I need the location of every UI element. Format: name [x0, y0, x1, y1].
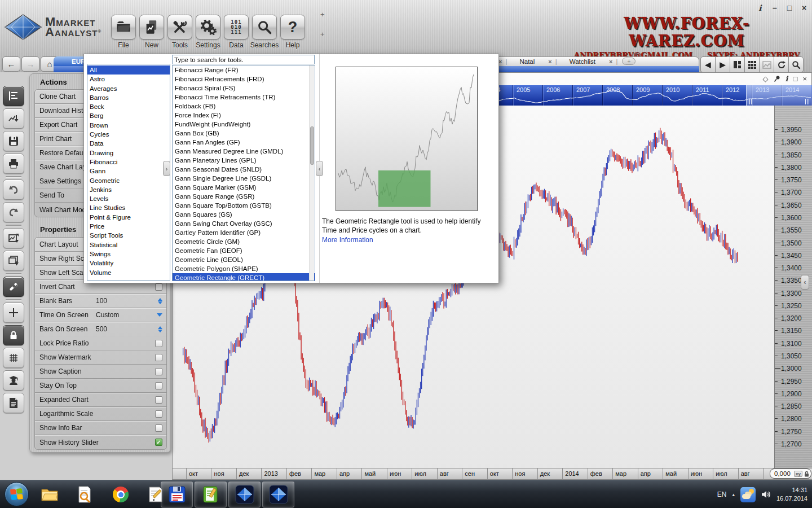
more-information-link[interactable]: More Information [322, 236, 373, 244]
chart-pin-icon[interactable] [774, 75, 780, 82]
property-show-watermark[interactable]: Show Watermark [35, 351, 166, 365]
tools-button[interactable]: Tools [167, 15, 193, 49]
category-volatility[interactable]: Volatility [87, 259, 170, 268]
chart-maximize-icon[interactable]: □ [793, 75, 798, 83]
tool-list-scrollbar[interactable] [309, 65, 314, 281]
tool-gann-swing-chart-overlay-gsc[interactable]: Gann Swing Chart Overlay (GSC) [173, 219, 315, 228]
image-button[interactable] [759, 56, 774, 73]
category-brown[interactable]: Brown [87, 121, 170, 130]
checkbox-icon[interactable] [155, 382, 162, 389]
grid-toggle-button[interactable] [3, 348, 24, 368]
crosshair-value-box[interactable]: 0,000 xy [770, 468, 811, 479]
category-price[interactable]: Price [87, 222, 170, 231]
category-berg[interactable]: Berg [87, 111, 170, 120]
category-geometric[interactable]: Geometric [87, 176, 170, 185]
checkbox-icon[interactable] [155, 354, 162, 361]
category-jenkins[interactable]: Jenkins [87, 185, 170, 194]
tool-force-index-fi[interactable]: Force Index (FI) [173, 111, 315, 120]
category-beck[interactable]: Beck [87, 102, 170, 111]
tool-gann-box-gb[interactable]: Gann Box (GB) [173, 129, 315, 138]
data-button[interactable]: 101010111 Data [223, 15, 249, 49]
tool-gartley-pattern-identifier-gp[interactable]: Gartley Pattern Identifier (GP) [173, 228, 315, 237]
lock-button[interactable] [3, 325, 24, 345]
category-data[interactable]: Data [87, 139, 170, 148]
category-drawing[interactable]: Drawing [87, 148, 170, 157]
tab-watchlist[interactable]: Watchlist [558, 58, 607, 65]
next-chart-button[interactable]: ▶ [715, 56, 730, 73]
settings-button[interactable]: Settings [195, 15, 221, 49]
tool-gann-square-top-bottom-gstb[interactable]: Gann Square Top/Bottom (GSTB) [173, 201, 315, 210]
category-volume[interactable]: Volume [87, 268, 170, 277]
notes-app-button[interactable] [195, 481, 227, 507]
chevron-down-icon[interactable] [157, 313, 162, 317]
time-axis[interactable]: октноядек2013февмарапрмайиюниюлавгсенокт… [173, 468, 812, 479]
property-show-history-slider[interactable]: Show History Slider✓ [35, 435, 166, 449]
property-blank-bars[interactable]: Blank Bars100 [35, 294, 166, 308]
tool-geometric-line-geol[interactable]: Geometric Line (GEOL) [173, 255, 315, 264]
category-cycles[interactable]: Cycles [87, 130, 170, 139]
tool-gann-fan-angles-gf[interactable]: Gann Fan Angles (GF) [173, 138, 315, 147]
checkbox-icon[interactable] [155, 410, 162, 418]
property-stay-on-top[interactable]: Stay On Top [35, 379, 166, 393]
chart-structure-button[interactable] [3, 86, 24, 106]
language-indicator[interactable]: EN [717, 491, 727, 498]
market-analyst-app-button[interactable] [228, 481, 261, 507]
window-info-icon[interactable]: i [756, 3, 765, 12]
category-fibonacci[interactable]: Fibonacci [87, 157, 170, 167]
undo-button[interactable] [3, 179, 24, 200]
tool-geometric-circle-gm[interactable]: Geometric Circle (GM) [173, 237, 315, 246]
property-time-on-screen[interactable]: Time On ScreenCustom [35, 308, 166, 322]
tool-gann-measured-degree-line-gmdl[interactable]: Gann Measured Degree Line (GMDL) [173, 147, 315, 156]
weather-tray-icon[interactable] [740, 487, 756, 502]
tool-gann-square-marker-gsm[interactable]: Gann Square Marker (GSM) [173, 183, 315, 192]
back-button[interactable]: ← [2, 56, 20, 72]
category-averages[interactable]: Averages [87, 84, 170, 93]
refresh-button[interactable] [774, 56, 789, 73]
tool-foldback-fb[interactable]: Foldback (FB) [173, 102, 315, 111]
spinner-icon[interactable] [158, 298, 162, 304]
window-close-icon[interactable]: × [800, 3, 809, 12]
checkbox-icon[interactable] [155, 283, 162, 291]
category-point-figure[interactable]: Point & Figure [87, 213, 170, 222]
start-button[interactable] [5, 482, 29, 506]
save-button[interactable] [3, 131, 24, 151]
file-button[interactable]: File [111, 15, 136, 49]
category-swings[interactable]: Swings [87, 249, 170, 259]
saver-app-button[interactable] [161, 481, 193, 507]
volume-icon[interactable] [761, 490, 771, 499]
tab-natal-close-icon[interactable]: × [546, 58, 554, 65]
new-tab-button[interactable]: + [622, 58, 636, 65]
export-image-button[interactable] [3, 228, 24, 248]
download-history-button[interactable] [3, 108, 24, 129]
new-button[interactable]: New [139, 15, 165, 49]
tool-fundweight-fundweight[interactable]: FundWeight (FundWeight) [173, 120, 315, 129]
tool-gann-planetary-lines-gpl[interactable]: Gann Planetary Lines (GPL) [173, 156, 315, 165]
redo-button[interactable] [3, 202, 24, 222]
market-analyst-app-button-2[interactable] [262, 481, 294, 507]
explorer-taskbar-icon[interactable] [41, 485, 59, 503]
category-collapse-button[interactable]: › [163, 161, 170, 176]
window-minimize-icon[interactable]: – [770, 3, 779, 12]
window-maximize-icon[interactable]: □ [785, 3, 794, 12]
chrome-taskbar-icon[interactable] [112, 485, 130, 503]
prev-chart-button[interactable]: ◀ [700, 56, 716, 73]
checkbox-icon[interactable] [155, 368, 162, 375]
category-line-studies[interactable]: Line Studies [87, 203, 170, 212]
tool-fibonacci-time-retracements-tr[interactable]: Fibonacci Time Retracements (TR) [173, 93, 315, 102]
tool-geometric-fan-geof[interactable]: Geometric Fan (GEOF) [173, 246, 315, 255]
tab-natal[interactable]: Natal [508, 58, 546, 65]
crosshair-button[interactable] [3, 303, 24, 323]
property-expanded-chart[interactable]: Expanded Chart [35, 393, 166, 407]
notes-button[interactable] [3, 393, 24, 413]
tool-gann-squares-gs[interactable]: Gann Squares (GS) [173, 210, 315, 219]
category-script-tools[interactable]: Script Tools [87, 231, 170, 240]
checkbox-icon[interactable] [155, 340, 162, 347]
education-button[interactable] [3, 370, 24, 391]
tool-search-input[interactable] [172, 55, 315, 64]
scrollbar-thumb[interactable] [310, 126, 314, 165]
help-button[interactable]: ? Help [280, 15, 306, 49]
tools-panel-button[interactable] [3, 277, 24, 297]
property-show-caption[interactable]: Show Caption [35, 365, 166, 379]
tool-fibonacci-spiral-fs[interactable]: Fibonacci Spiral (FS) [173, 84, 315, 93]
tool-geometric-rectangle-grect[interactable]: Geometric Rectangle (GRECT) [173, 273, 315, 281]
